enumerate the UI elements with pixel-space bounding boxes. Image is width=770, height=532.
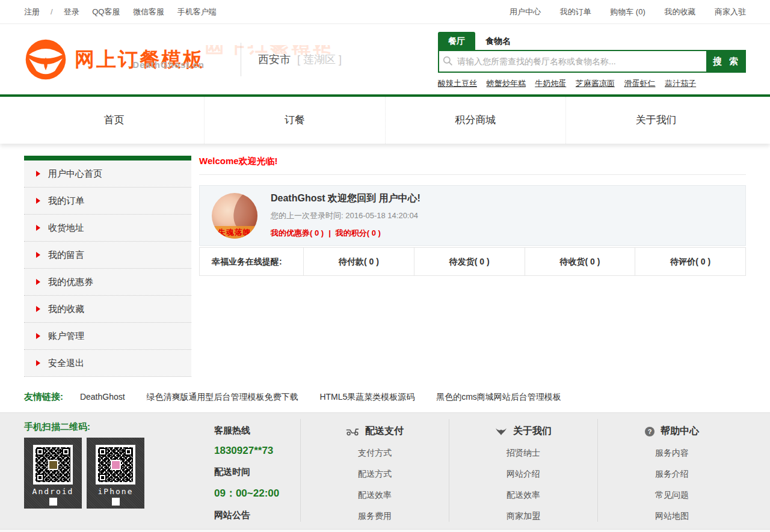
- merchant-join-link[interactable]: 商家入驻: [715, 7, 746, 16]
- my-points-link[interactable]: 我的积分( 0 ): [336, 228, 381, 237]
- user-center-link[interactable]: 用户中心: [510, 7, 541, 16]
- qr-finder-icon: [36, 474, 44, 482]
- main-nav: 首页 订餐 积分商城 关于我们: [0, 97, 770, 144]
- search-input[interactable]: [438, 50, 707, 73]
- status-pending-shipment[interactable]: 待发货( 0 ): [414, 248, 525, 275]
- qq-service-link[interactable]: QQ客服: [92, 7, 120, 16]
- footer-link[interactable]: 服务内容: [598, 448, 746, 459]
- logo-text: 网上订餐模板 网上订餐模板 DeathGhost.cn: [75, 49, 226, 70]
- sidebar-item-label: 收货地址: [48, 222, 84, 234]
- hot-keywords: 酸辣土豆丝 螃蟹炒年糕 牛奶炖蛋 芝麻酱凉面 滑蛋虾仁 蒜汁茄子: [438, 78, 746, 89]
- sidebar-item-account-management[interactable]: 账户管理: [24, 323, 191, 350]
- links-separator: |: [328, 228, 331, 237]
- welcome-heading: Welcome欢迎光临!: [199, 156, 746, 175]
- mobile-client-link[interactable]: 手机客户端: [177, 7, 217, 16]
- hot-keyword-link[interactable]: 牛奶炖蛋: [535, 79, 566, 88]
- sidebar-item-label: 用户中心首页: [48, 168, 102, 180]
- status-pending-receipt[interactable]: 待收货( 0 ): [525, 248, 635, 275]
- register-link[interactable]: 注册: [24, 7, 40, 16]
- qr-label-android: Android: [24, 487, 82, 496]
- friend-links-label: 友情链接:: [24, 391, 63, 402]
- qr-finder-icon: [125, 448, 132, 456]
- caret-right-icon: [36, 198, 40, 204]
- caret-right-icon: [36, 225, 40, 231]
- footer-column-delivery-payment: 配送支付 支付方式 配送方式 配送效率 服务费用: [301, 419, 449, 522]
- qr-section-title: 手机扫描二维码:: [24, 421, 205, 433]
- status-pending-payment[interactable]: 待付款( 0 ): [303, 248, 414, 275]
- user-greeting: DeathGhost 欢迎您回到 用户中心!: [271, 192, 420, 205]
- sidebar-item-label: 我的收藏: [48, 304, 84, 315]
- sidebar-item-my-coupons[interactable]: 我的优惠券: [24, 269, 191, 296]
- friend-link[interactable]: 黑色的cms商城网站后台管理模板: [436, 392, 561, 402]
- wechat-service-link[interactable]: 微信客服: [133, 7, 164, 16]
- footer-link[interactable]: 招贤纳士: [449, 448, 597, 459]
- caret-right-icon: [36, 306, 40, 312]
- site-logo[interactable]: 网上订餐模板 网上订餐模板 DeathGhost.cn: [24, 38, 226, 81]
- footer-link[interactable]: 服务介绍: [598, 469, 746, 480]
- order-status-bar: 幸福业务在线提醒: 待付款( 0 ) 待发货( 0 ) 待收货( 0 ) 待评价…: [199, 247, 746, 276]
- my-coupons-link[interactable]: 我的优惠券( 0 ): [271, 228, 324, 237]
- scooter-icon: [346, 427, 359, 436]
- caret-right-icon: [36, 252, 40, 258]
- search-module: 餐厅 食物名 搜 索 酸辣土豆丝 螃蟹炒年糕 牛奶炖蛋 芝麻酱凉面 滑蛋虾仁 蒜…: [438, 32, 746, 89]
- qr-label-iphone: iPhone: [87, 487, 144, 496]
- login-link[interactable]: 登录: [64, 7, 79, 16]
- hotline-label: 客服热线: [214, 425, 300, 436]
- friend-link[interactable]: HTML5果蔬菜类模板源码: [319, 392, 414, 402]
- my-orders-link[interactable]: 我的订单: [560, 7, 591, 16]
- footer-link[interactable]: 网站地图: [598, 511, 746, 522]
- copyright-bar: © 版权所有 2016 DeathGhost 技术支持：DeathGhost: [0, 529, 770, 532]
- sidebar-item-shipping-address[interactable]: 收货地址: [24, 215, 191, 242]
- hot-keyword-link[interactable]: 芝麻酱凉面: [576, 79, 615, 88]
- friend-link[interactable]: 绿色清爽版通用型后台管理模板免费下载: [147, 392, 298, 402]
- topbar: 注册/登录 QQ客服 微信客服 手机客户端 用户中心 我的订单 购物车 (0) …: [0, 0, 770, 24]
- nav-item-about[interactable]: 关于我们: [565, 97, 746, 144]
- sidebar-item-my-messages[interactable]: 我的留言: [24, 242, 191, 269]
- qr-square-icon: [49, 498, 57, 506]
- hot-keyword-link[interactable]: 滑蛋虾仁: [624, 79, 656, 88]
- caret-right-icon: [36, 333, 40, 339]
- register-login-separator: /: [51, 7, 53, 16]
- status-pending-review[interactable]: 待评价( 0 ): [635, 248, 745, 275]
- search-button[interactable]: 搜 索: [707, 50, 746, 73]
- favorites-link[interactable]: 我的收藏: [664, 7, 695, 16]
- delivery-time-value: 09：00~22:00: [214, 486, 300, 500]
- main-panel: Welcome欢迎光临! 失魂落魄 DeathGhost 欢迎您回到 用户中心!…: [199, 156, 746, 276]
- logo-domain: DeathGhost.cn: [132, 60, 205, 70]
- sidebar-item-my-orders[interactable]: 我的订单: [24, 188, 191, 215]
- logo-icon: [24, 38, 67, 81]
- cart-link[interactable]: 购物车 (0): [610, 7, 645, 16]
- logo-title-reflection: 网上订餐模板: [205, 45, 334, 56]
- footer-link[interactable]: 商家加盟: [449, 511, 597, 522]
- avatar: 失魂落魄: [212, 193, 257, 239]
- qr-finder-icon: [99, 474, 106, 482]
- last-login-time: 您的上一次登录时间: 2016-05-18 14:20:04: [271, 210, 420, 221]
- nav-item-home[interactable]: 首页: [24, 97, 204, 144]
- sidebar-item-label: 安全退出: [48, 358, 84, 369]
- nav-item-points-mall[interactable]: 积分商城: [385, 97, 565, 144]
- footer-column-title: 配送支付: [365, 425, 404, 438]
- nav-item-order[interactable]: 订餐: [204, 97, 384, 144]
- footer-link[interactable]: 网站介绍: [449, 469, 597, 480]
- search-tab-food[interactable]: 食物名: [475, 32, 521, 50]
- hot-keyword-link[interactable]: 酸辣土豆丝: [438, 79, 477, 88]
- footer-link[interactable]: 配送效率: [301, 490, 449, 501]
- footer-link[interactable]: 支付方式: [301, 448, 449, 459]
- footer-link[interactable]: 配送方式: [301, 469, 449, 480]
- user-info-card: 失魂落魄 DeathGhost 欢迎您回到 用户中心! 您的上一次登录时间: 2…: [199, 185, 746, 246]
- qr-finder-icon: [99, 448, 106, 456]
- hotline-number: 1830927**73: [214, 445, 300, 457]
- friend-link[interactable]: DeathGhost: [80, 392, 125, 402]
- footer-link[interactable]: 服务费用: [301, 511, 449, 522]
- sidebar-item-logout[interactable]: 安全退出: [24, 350, 191, 377]
- search-tab-restaurant[interactable]: 餐厅: [438, 32, 475, 50]
- footer-link[interactable]: 常见问题: [598, 490, 746, 501]
- caret-right-icon: [36, 279, 40, 285]
- site-notice-label: 网站公告: [214, 510, 300, 521]
- search-icon: [443, 56, 453, 66]
- hot-keyword-link[interactable]: 蒜汁茄子: [665, 79, 696, 88]
- hot-keyword-link[interactable]: 螃蟹炒年糕: [487, 79, 526, 88]
- sidebar-item-my-favorites[interactable]: 我的收藏: [24, 296, 191, 323]
- sidebar-item-user-center-home[interactable]: 用户中心首页: [24, 161, 191, 188]
- footer-link[interactable]: 配送效率: [449, 490, 597, 501]
